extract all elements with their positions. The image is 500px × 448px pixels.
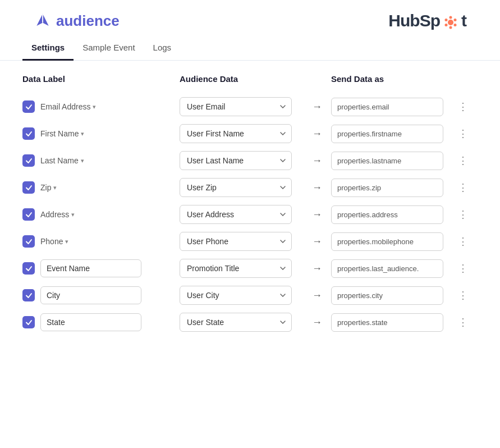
audience-select-6[interactable]: Promotion Title bbox=[180, 259, 292, 278]
label-cell: Address ▾ bbox=[22, 208, 180, 221]
arrow-icon-7: → bbox=[312, 290, 322, 301]
chevron-down-icon: ▾ bbox=[81, 157, 84, 164]
row-checkbox-7[interactable] bbox=[22, 289, 35, 301]
svg-point-0 bbox=[448, 20, 453, 25]
svg-point-5 bbox=[445, 24, 448, 26]
send-as-cell-1 bbox=[331, 125, 455, 143]
label-cell: Zip ▾ bbox=[22, 181, 180, 194]
arrow-icon-0: → bbox=[312, 101, 322, 113]
arrow-icon-1: → bbox=[312, 128, 322, 140]
audience-dropdown-7[interactable]: User City bbox=[180, 286, 303, 305]
row-checkbox-3[interactable] bbox=[22, 181, 35, 194]
send-as-cell-4 bbox=[331, 205, 455, 224]
chevron-down-icon: ▾ bbox=[53, 184, 57, 191]
send-as-cell-6 bbox=[331, 259, 455, 278]
chevron-down-icon: ▾ bbox=[65, 238, 68, 245]
audience-logo: audience bbox=[34, 12, 120, 30]
table-row: Email Address ▾ User Email → ⋮ bbox=[22, 97, 478, 116]
audience-dropdown-8[interactable]: User State bbox=[180, 313, 303, 332]
label-cell bbox=[22, 313, 180, 331]
svg-point-4 bbox=[454, 19, 457, 21]
send-as-cell-2 bbox=[331, 152, 455, 170]
more-options-8[interactable]: ⋮ bbox=[455, 316, 471, 328]
arrow-icon-3: → bbox=[312, 182, 322, 194]
arrow-cell-3: → bbox=[303, 182, 331, 194]
arrow-icon-2: → bbox=[312, 155, 322, 167]
arrow-icon-5: → bbox=[312, 236, 322, 248]
audience-select-8[interactable]: User State bbox=[180, 313, 292, 332]
send-as-input-7[interactable] bbox=[331, 286, 443, 305]
table-row: User State → ⋮ bbox=[22, 313, 478, 332]
send-as-input-2[interactable] bbox=[331, 152, 443, 170]
more-options-5[interactable]: ⋮ bbox=[455, 235, 471, 248]
send-as-input-5[interactable] bbox=[331, 232, 443, 251]
audience-dropdown-2[interactable]: User Last Name bbox=[180, 151, 303, 170]
audience-select-2[interactable]: User Last Name bbox=[180, 151, 292, 170]
send-as-cell-3 bbox=[331, 179, 455, 197]
audience-select-0[interactable]: User Email bbox=[180, 97, 292, 116]
audience-select-4[interactable]: User Address bbox=[180, 205, 292, 224]
tab-logs[interactable]: Logs bbox=[144, 36, 181, 61]
label-text-3: Zip ▾ bbox=[40, 183, 57, 192]
table-row: Promotion Title → ⋮ bbox=[22, 259, 478, 278]
audience-dropdown-5[interactable]: User Phone bbox=[180, 232, 303, 251]
row-checkbox-0[interactable] bbox=[22, 100, 35, 113]
send-as-input-6[interactable] bbox=[331, 259, 443, 278]
label-text-5: Phone ▾ bbox=[40, 237, 68, 246]
row-checkbox-6[interactable] bbox=[22, 262, 35, 275]
send-as-cell-0 bbox=[331, 98, 455, 116]
hubspot-dot bbox=[442, 11, 459, 30]
more-options-1[interactable]: ⋮ bbox=[455, 127, 471, 140]
audience-select-7[interactable]: User City bbox=[180, 286, 292, 305]
label-cell: Email Address ▾ bbox=[22, 100, 180, 113]
audience-select-5[interactable]: User Phone bbox=[180, 232, 292, 251]
label-cell: Last Name ▾ bbox=[22, 154, 180, 167]
audience-select-1[interactable]: User First Name bbox=[180, 124, 292, 143]
send-as-input-1[interactable] bbox=[331, 125, 443, 143]
send-as-cell-8 bbox=[331, 313, 455, 332]
audience-select-3[interactable]: User Zip bbox=[180, 178, 292, 197]
chevron-down-icon: ▾ bbox=[81, 130, 84, 138]
more-options-4[interactable]: ⋮ bbox=[455, 208, 471, 221]
chevron-down-icon: ▾ bbox=[71, 211, 75, 218]
arrow-icon-6: → bbox=[312, 263, 322, 275]
label-input-6[interactable] bbox=[40, 259, 141, 277]
audience-dropdown-6[interactable]: Promotion Title bbox=[180, 259, 303, 278]
send-as-input-0[interactable] bbox=[331, 98, 443, 116]
tab-sample-event[interactable]: Sample Event bbox=[74, 36, 144, 61]
row-checkbox-5[interactable] bbox=[22, 235, 35, 248]
send-as-input-8[interactable] bbox=[331, 313, 443, 332]
more-options-2[interactable]: ⋮ bbox=[455, 154, 471, 167]
table-row: Last Name ▾ User Last Name → ⋮ bbox=[22, 151, 478, 170]
send-as-input-3[interactable] bbox=[331, 179, 443, 197]
arrow-cell-4: → bbox=[303, 209, 331, 221]
table-row: Address ▾ User Address → ⋮ bbox=[22, 205, 478, 224]
arrow-cell-8: → bbox=[303, 317, 331, 328]
label-input-7[interactable] bbox=[40, 286, 141, 304]
audience-dropdown-1[interactable]: User First Name bbox=[180, 124, 303, 143]
col-audience-data: Audience Data bbox=[180, 74, 303, 84]
label-input-8[interactable] bbox=[40, 313, 141, 331]
hubspot-text-2: t bbox=[461, 11, 466, 30]
more-options-7[interactable]: ⋮ bbox=[455, 289, 471, 301]
audience-dropdown-4[interactable]: User Address bbox=[180, 205, 303, 224]
more-options-0[interactable]: ⋮ bbox=[455, 100, 471, 113]
arrow-cell-7: → bbox=[303, 290, 331, 301]
row-checkbox-4[interactable] bbox=[22, 208, 35, 221]
audience-dropdown-3[interactable]: User Zip bbox=[180, 178, 303, 197]
row-checkbox-2[interactable] bbox=[22, 154, 35, 167]
row-checkbox-8[interactable] bbox=[22, 316, 35, 328]
row-checkbox-1[interactable] bbox=[22, 127, 35, 140]
more-options-3[interactable]: ⋮ bbox=[455, 181, 471, 194]
audience-dropdown-0[interactable]: User Email bbox=[180, 97, 303, 116]
label-cell: First Name ▾ bbox=[22, 127, 180, 140]
arrow-cell-0: → bbox=[303, 101, 331, 113]
svg-point-3 bbox=[445, 19, 448, 21]
send-as-input-4[interactable] bbox=[331, 205, 443, 224]
hubspot-logo: HubSp t bbox=[388, 11, 466, 30]
hubspot-text-1: HubSp bbox=[388, 11, 440, 30]
arrow-cell-6: → bbox=[303, 263, 331, 275]
more-options-6[interactable]: ⋮ bbox=[455, 262, 471, 275]
tab-settings[interactable]: Settings bbox=[22, 36, 74, 61]
arrow-cell-1: → bbox=[303, 128, 331, 140]
